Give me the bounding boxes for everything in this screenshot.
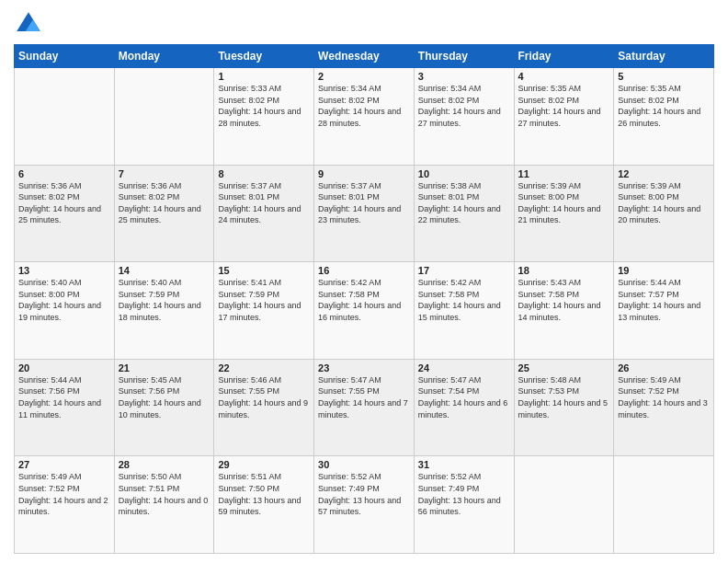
day-cell: 2Sunrise: 5:34 AMSunset: 8:02 PMDaylight… bbox=[314, 68, 415, 166]
day-cell: 15Sunrise: 5:41 AMSunset: 7:59 PMDayligh… bbox=[214, 262, 314, 360]
day-number: 30 bbox=[318, 459, 410, 470]
day-detail: Sunrise: 5:36 AMSunset: 8:02 PMDaylight:… bbox=[119, 180, 210, 226]
day-cell: 6Sunrise: 5:36 AMSunset: 8:02 PMDaylight… bbox=[15, 165, 115, 262]
day-number: 4 bbox=[518, 71, 610, 82]
day-detail: Sunrise: 5:50 AMSunset: 7:51 PMDaylight:… bbox=[119, 471, 210, 517]
day-detail: Sunrise: 5:40 AMSunset: 7:59 PMDaylight:… bbox=[119, 277, 210, 323]
day-number: 26 bbox=[618, 362, 710, 373]
day-detail: Sunrise: 5:47 AMSunset: 7:55 PMDaylight:… bbox=[318, 374, 410, 420]
weekday-header-thursday: Thursday bbox=[414, 45, 514, 68]
day-detail: Sunrise: 5:34 AMSunset: 8:02 PMDaylight:… bbox=[418, 83, 510, 129]
day-cell: 27Sunrise: 5:49 AMSunset: 7:52 PMDayligh… bbox=[15, 456, 115, 554]
weekday-header-monday: Monday bbox=[114, 45, 214, 68]
day-cell: 1Sunrise: 5:33 AMSunset: 8:02 PMDaylight… bbox=[214, 68, 314, 166]
day-cell: 11Sunrise: 5:39 AMSunset: 8:00 PMDayligh… bbox=[514, 165, 614, 262]
day-detail: Sunrise: 5:39 AMSunset: 8:00 PMDaylight:… bbox=[518, 180, 610, 226]
day-cell: 9Sunrise: 5:37 AMSunset: 8:01 PMDaylight… bbox=[314, 165, 415, 262]
day-detail: Sunrise: 5:43 AMSunset: 7:58 PMDaylight:… bbox=[518, 277, 610, 323]
weekday-header-tuesday: Tuesday bbox=[214, 45, 314, 68]
day-cell: 7Sunrise: 5:36 AMSunset: 8:02 PMDaylight… bbox=[114, 165, 214, 262]
day-detail: Sunrise: 5:39 AMSunset: 8:00 PMDaylight:… bbox=[618, 180, 710, 226]
day-cell: 14Sunrise: 5:40 AMSunset: 7:59 PMDayligh… bbox=[114, 262, 214, 360]
day-detail: Sunrise: 5:52 AMSunset: 7:49 PMDaylight:… bbox=[318, 471, 410, 517]
calendar-table: SundayMondayTuesdayWednesdayThursdayFrid… bbox=[14, 44, 714, 554]
day-detail: Sunrise: 5:49 AMSunset: 7:52 PMDaylight:… bbox=[18, 471, 110, 517]
day-number: 14 bbox=[119, 265, 210, 276]
day-cell: 12Sunrise: 5:39 AMSunset: 8:00 PMDayligh… bbox=[614, 165, 714, 262]
day-cell: 29Sunrise: 5:51 AMSunset: 7:50 PMDayligh… bbox=[214, 456, 314, 554]
day-number: 24 bbox=[418, 362, 510, 373]
weekday-row: SundayMondayTuesdayWednesdayThursdayFrid… bbox=[15, 45, 714, 68]
day-cell: 22Sunrise: 5:46 AMSunset: 7:55 PMDayligh… bbox=[214, 359, 314, 456]
day-detail: Sunrise: 5:47 AMSunset: 7:54 PMDaylight:… bbox=[418, 374, 510, 420]
day-cell: 16Sunrise: 5:42 AMSunset: 7:58 PMDayligh… bbox=[314, 262, 415, 360]
day-detail: Sunrise: 5:49 AMSunset: 7:52 PMDaylight:… bbox=[618, 374, 710, 420]
day-detail: Sunrise: 5:41 AMSunset: 7:59 PMDaylight:… bbox=[218, 277, 310, 323]
day-detail: Sunrise: 5:42 AMSunset: 7:58 PMDaylight:… bbox=[318, 277, 410, 323]
day-detail: Sunrise: 5:51 AMSunset: 7:50 PMDaylight:… bbox=[218, 471, 310, 517]
day-detail: Sunrise: 5:48 AMSunset: 7:53 PMDaylight:… bbox=[518, 374, 610, 420]
week-row: 27Sunrise: 5:49 AMSunset: 7:52 PMDayligh… bbox=[15, 456, 714, 554]
day-detail: Sunrise: 5:38 AMSunset: 8:01 PMDaylight:… bbox=[418, 180, 510, 226]
week-row: 13Sunrise: 5:40 AMSunset: 8:00 PMDayligh… bbox=[15, 262, 714, 360]
day-number: 21 bbox=[119, 362, 210, 373]
day-number: 7 bbox=[119, 168, 210, 179]
day-number: 12 bbox=[618, 168, 710, 179]
day-cell: 4Sunrise: 5:35 AMSunset: 8:02 PMDaylight… bbox=[514, 68, 614, 166]
day-detail: Sunrise: 5:33 AMSunset: 8:02 PMDaylight:… bbox=[218, 83, 310, 129]
day-cell bbox=[514, 456, 614, 554]
day-number: 17 bbox=[418, 265, 510, 276]
day-cell bbox=[15, 68, 115, 166]
day-number: 18 bbox=[518, 265, 610, 276]
day-number: 6 bbox=[18, 168, 110, 179]
day-cell: 28Sunrise: 5:50 AMSunset: 7:51 PMDayligh… bbox=[114, 456, 214, 554]
day-number: 29 bbox=[218, 459, 310, 470]
day-detail: Sunrise: 5:52 AMSunset: 7:49 PMDaylight:… bbox=[418, 471, 510, 517]
day-number: 25 bbox=[518, 362, 610, 373]
day-cell: 3Sunrise: 5:34 AMSunset: 8:02 PMDaylight… bbox=[414, 68, 514, 166]
calendar-body: 1Sunrise: 5:33 AMSunset: 8:02 PMDaylight… bbox=[15, 68, 714, 554]
day-number: 23 bbox=[318, 362, 410, 373]
day-number: 11 bbox=[518, 168, 610, 179]
day-number: 3 bbox=[418, 71, 510, 82]
weekday-header-sunday: Sunday bbox=[15, 45, 115, 68]
day-number: 31 bbox=[418, 459, 510, 470]
day-cell: 19Sunrise: 5:44 AMSunset: 7:57 PMDayligh… bbox=[614, 262, 714, 360]
page: SundayMondayTuesdayWednesdayThursdayFrid… bbox=[0, 0, 728, 563]
day-number: 22 bbox=[218, 362, 310, 373]
day-cell: 26Sunrise: 5:49 AMSunset: 7:52 PMDayligh… bbox=[614, 359, 714, 456]
day-detail: Sunrise: 5:36 AMSunset: 8:02 PMDaylight:… bbox=[18, 180, 110, 226]
day-detail: Sunrise: 5:45 AMSunset: 7:56 PMDaylight:… bbox=[119, 374, 210, 420]
day-number: 9 bbox=[318, 168, 410, 179]
day-number: 19 bbox=[618, 265, 710, 276]
day-number: 15 bbox=[218, 265, 310, 276]
day-cell: 10Sunrise: 5:38 AMSunset: 8:01 PMDayligh… bbox=[414, 165, 514, 262]
week-row: 1Sunrise: 5:33 AMSunset: 8:02 PMDaylight… bbox=[15, 68, 714, 166]
day-cell bbox=[614, 456, 714, 554]
day-number: 16 bbox=[318, 265, 410, 276]
day-number: 13 bbox=[18, 265, 110, 276]
day-number: 28 bbox=[119, 459, 210, 470]
day-number: 10 bbox=[418, 168, 510, 179]
week-row: 6Sunrise: 5:36 AMSunset: 8:02 PMDaylight… bbox=[15, 165, 714, 262]
week-row: 20Sunrise: 5:44 AMSunset: 7:56 PMDayligh… bbox=[15, 359, 714, 456]
day-number: 8 bbox=[218, 168, 310, 179]
weekday-header-saturday: Saturday bbox=[614, 45, 714, 68]
day-detail: Sunrise: 5:34 AMSunset: 8:02 PMDaylight:… bbox=[318, 83, 410, 129]
day-detail: Sunrise: 5:44 AMSunset: 7:57 PMDaylight:… bbox=[618, 277, 710, 323]
logo-icon bbox=[14, 9, 43, 39]
day-cell: 8Sunrise: 5:37 AMSunset: 8:01 PMDaylight… bbox=[214, 165, 314, 262]
day-detail: Sunrise: 5:42 AMSunset: 7:58 PMDaylight:… bbox=[418, 277, 510, 323]
weekday-header-wednesday: Wednesday bbox=[314, 45, 415, 68]
weekday-header-friday: Friday bbox=[514, 45, 614, 68]
day-cell: 5Sunrise: 5:35 AMSunset: 8:02 PMDaylight… bbox=[614, 68, 714, 166]
day-cell: 24Sunrise: 5:47 AMSunset: 7:54 PMDayligh… bbox=[414, 359, 514, 456]
day-number: 5 bbox=[618, 71, 710, 82]
logo bbox=[14, 9, 47, 39]
day-cell: 25Sunrise: 5:48 AMSunset: 7:53 PMDayligh… bbox=[514, 359, 614, 456]
calendar-header: SundayMondayTuesdayWednesdayThursdayFrid… bbox=[15, 45, 714, 68]
day-detail: Sunrise: 5:35 AMSunset: 8:02 PMDaylight:… bbox=[518, 83, 610, 129]
day-cell: 21Sunrise: 5:45 AMSunset: 7:56 PMDayligh… bbox=[114, 359, 214, 456]
day-cell: 13Sunrise: 5:40 AMSunset: 8:00 PMDayligh… bbox=[15, 262, 115, 360]
day-detail: Sunrise: 5:35 AMSunset: 8:02 PMDaylight:… bbox=[618, 83, 710, 129]
